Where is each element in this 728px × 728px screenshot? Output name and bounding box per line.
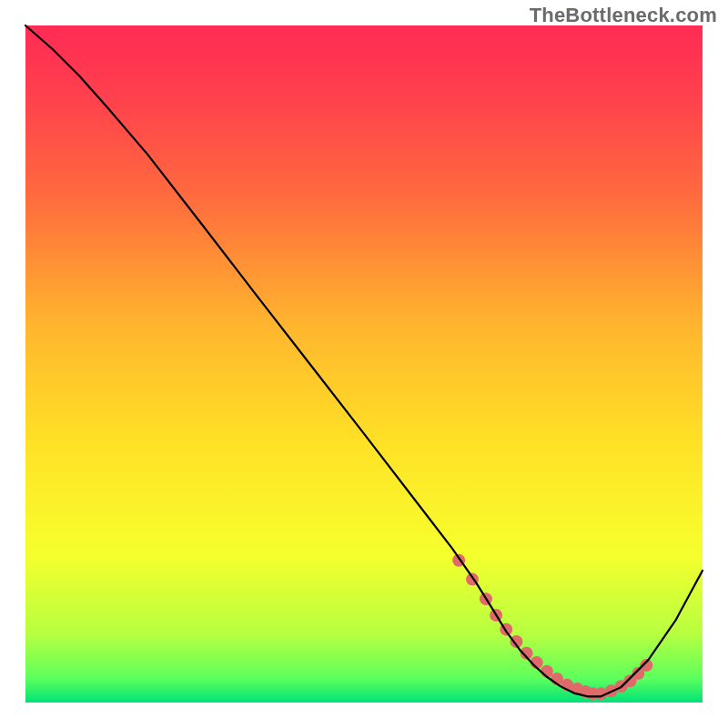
chart-container: TheBottleneck.com [0,0,728,728]
bottleneck-chart [0,0,728,728]
plot-background [25,25,703,703]
watermark-text: TheBottleneck.com [530,4,717,27]
